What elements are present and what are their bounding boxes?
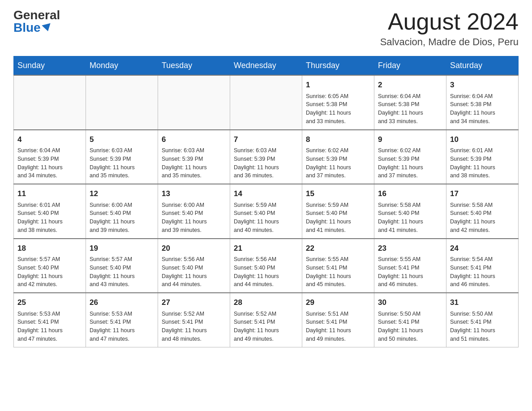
day-number: 10	[450, 134, 515, 146]
day-number: 23	[378, 243, 442, 254]
day-number: 12	[90, 188, 154, 200]
page-header: General Blue August 2024 Salvacion, Madr…	[13, 9, 519, 48]
calendar-cell: 21Sunrise: 5:56 AM Sunset: 5:40 PM Dayli…	[230, 239, 302, 293]
day-number: 9	[378, 134, 442, 146]
calendar-week-row: 11Sunrise: 6:01 AM Sunset: 5:40 PM Dayli…	[14, 184, 519, 239]
calendar-cell: 5Sunrise: 6:03 AM Sunset: 5:39 PM Daylig…	[86, 130, 158, 184]
day-info: Sunrise: 5:55 AM Sunset: 5:41 PM Dayligh…	[378, 255, 442, 289]
day-info: Sunrise: 5:50 AM Sunset: 5:41 PM Dayligh…	[378, 310, 442, 343]
calendar-cell	[158, 75, 230, 130]
day-info: Sunrise: 5:52 AM Sunset: 5:41 PM Dayligh…	[162, 310, 226, 343]
calendar-cell: 22Sunrise: 5:55 AM Sunset: 5:41 PM Dayli…	[302, 239, 374, 293]
calendar-cell: 18Sunrise: 5:57 AM Sunset: 5:40 PM Dayli…	[14, 239, 86, 293]
day-number: 27	[162, 297, 226, 308]
calendar-cell: 31Sunrise: 5:50 AM Sunset: 5:41 PM Dayli…	[446, 293, 519, 347]
calendar-header-saturday: Saturday	[446, 56, 519, 76]
calendar-week-row: 1Sunrise: 6:05 AM Sunset: 5:38 PM Daylig…	[14, 75, 519, 130]
calendar-cell: 30Sunrise: 5:50 AM Sunset: 5:41 PM Dayli…	[374, 293, 446, 347]
calendar-cell: 6Sunrise: 6:03 AM Sunset: 5:39 PM Daylig…	[158, 130, 230, 184]
day-info: Sunrise: 6:03 AM Sunset: 5:39 PM Dayligh…	[234, 146, 298, 180]
calendar-cell	[14, 75, 86, 130]
day-number: 25	[17, 297, 82, 308]
day-info: Sunrise: 6:00 AM Sunset: 5:40 PM Dayligh…	[90, 201, 154, 235]
calendar-cell: 28Sunrise: 5:52 AM Sunset: 5:41 PM Dayli…	[230, 293, 302, 347]
calendar-header-monday: Monday	[86, 56, 158, 76]
day-info: Sunrise: 6:02 AM Sunset: 5:39 PM Dayligh…	[378, 146, 442, 180]
day-info: Sunrise: 5:58 AM Sunset: 5:40 PM Dayligh…	[378, 201, 442, 235]
logo-general-text: General	[13, 9, 60, 21]
calendar-cell: 19Sunrise: 5:57 AM Sunset: 5:40 PM Dayli…	[86, 239, 158, 293]
day-number: 18	[17, 243, 82, 254]
day-info: Sunrise: 6:05 AM Sunset: 5:38 PM Dayligh…	[306, 92, 370, 126]
day-number: 2	[378, 79, 442, 91]
day-info: Sunrise: 6:04 AM Sunset: 5:38 PM Dayligh…	[378, 92, 442, 126]
day-number: 13	[162, 188, 226, 200]
calendar-cell: 26Sunrise: 5:53 AM Sunset: 5:41 PM Dayli…	[86, 293, 158, 347]
day-number: 5	[90, 134, 154, 146]
calendar-cell: 9Sunrise: 6:02 AM Sunset: 5:39 PM Daylig…	[374, 130, 446, 184]
calendar-header-wednesday: Wednesday	[230, 56, 302, 76]
day-number: 26	[90, 297, 154, 308]
calendar-cell	[86, 75, 158, 130]
calendar-cell: 27Sunrise: 5:52 AM Sunset: 5:41 PM Dayli…	[158, 293, 230, 347]
calendar-cell: 16Sunrise: 5:58 AM Sunset: 5:40 PM Dayli…	[374, 184, 446, 239]
day-info: Sunrise: 6:04 AM Sunset: 5:39 PM Dayligh…	[17, 146, 82, 180]
day-number: 8	[306, 134, 370, 146]
calendar-cell: 24Sunrise: 5:54 AM Sunset: 5:41 PM Dayli…	[446, 239, 519, 293]
calendar-cell: 7Sunrise: 6:03 AM Sunset: 5:39 PM Daylig…	[230, 130, 302, 184]
day-info: Sunrise: 6:04 AM Sunset: 5:38 PM Dayligh…	[450, 92, 515, 126]
day-number: 6	[162, 134, 226, 146]
logo-triangle-icon	[42, 23, 52, 33]
day-info: Sunrise: 5:53 AM Sunset: 5:41 PM Dayligh…	[17, 310, 82, 343]
location-title: Salvacion, Madre de Dios, Peru	[380, 36, 519, 48]
day-info: Sunrise: 5:52 AM Sunset: 5:41 PM Dayligh…	[234, 310, 298, 343]
day-number: 21	[234, 243, 298, 254]
day-info: Sunrise: 6:00 AM Sunset: 5:40 PM Dayligh…	[162, 201, 226, 235]
logo-blue-text: Blue	[13, 21, 51, 34]
day-number: 7	[234, 134, 298, 146]
day-number: 16	[378, 188, 442, 200]
calendar-cell: 4Sunrise: 6:04 AM Sunset: 5:39 PM Daylig…	[14, 130, 86, 184]
day-info: Sunrise: 6:03 AM Sunset: 5:39 PM Dayligh…	[162, 146, 226, 180]
calendar-header-tuesday: Tuesday	[158, 56, 230, 76]
day-info: Sunrise: 5:59 AM Sunset: 5:40 PM Dayligh…	[234, 201, 298, 235]
day-number: 29	[306, 297, 370, 308]
calendar-cell: 12Sunrise: 6:00 AM Sunset: 5:40 PM Dayli…	[86, 184, 158, 239]
calendar-week-row: 25Sunrise: 5:53 AM Sunset: 5:41 PM Dayli…	[14, 293, 519, 347]
calendar-cell: 25Sunrise: 5:53 AM Sunset: 5:41 PM Dayli…	[14, 293, 86, 347]
day-number: 3	[450, 79, 515, 91]
calendar-cell: 13Sunrise: 6:00 AM Sunset: 5:40 PM Dayli…	[158, 184, 230, 239]
calendar-cell: 17Sunrise: 5:58 AM Sunset: 5:40 PM Dayli…	[446, 184, 519, 239]
day-number: 11	[17, 188, 82, 200]
calendar-cell: 10Sunrise: 6:01 AM Sunset: 5:39 PM Dayli…	[446, 130, 519, 184]
day-info: Sunrise: 5:57 AM Sunset: 5:40 PM Dayligh…	[90, 255, 154, 289]
calendar-header-row: SundayMondayTuesdayWednesdayThursdayFrid…	[14, 56, 519, 76]
calendar-week-row: 4Sunrise: 6:04 AM Sunset: 5:39 PM Daylig…	[14, 130, 519, 184]
day-number: 14	[234, 188, 298, 200]
day-info: Sunrise: 5:59 AM Sunset: 5:40 PM Dayligh…	[306, 201, 370, 235]
day-info: Sunrise: 5:50 AM Sunset: 5:41 PM Dayligh…	[450, 310, 515, 343]
day-number: 20	[162, 243, 226, 254]
calendar-cell: 23Sunrise: 5:55 AM Sunset: 5:41 PM Dayli…	[374, 239, 446, 293]
day-info: Sunrise: 5:53 AM Sunset: 5:41 PM Dayligh…	[90, 310, 154, 343]
day-info: Sunrise: 5:56 AM Sunset: 5:40 PM Dayligh…	[162, 255, 226, 289]
title-section: August 2024 Salvacion, Madre de Dios, Pe…	[380, 9, 519, 48]
calendar-cell: 1Sunrise: 6:05 AM Sunset: 5:38 PM Daylig…	[302, 75, 374, 130]
day-number: 24	[450, 243, 515, 254]
month-title: August 2024	[380, 9, 519, 34]
day-info: Sunrise: 6:01 AM Sunset: 5:39 PM Dayligh…	[450, 146, 515, 180]
day-info: Sunrise: 5:51 AM Sunset: 5:41 PM Dayligh…	[306, 310, 370, 343]
calendar-week-row: 18Sunrise: 5:57 AM Sunset: 5:40 PM Dayli…	[14, 239, 519, 293]
calendar-cell: 3Sunrise: 6:04 AM Sunset: 5:38 PM Daylig…	[446, 75, 519, 130]
calendar-cell: 11Sunrise: 6:01 AM Sunset: 5:40 PM Dayli…	[14, 184, 86, 239]
day-number: 30	[378, 297, 442, 308]
calendar-header-friday: Friday	[374, 56, 446, 76]
logo: General Blue	[13, 9, 60, 34]
day-info: Sunrise: 5:54 AM Sunset: 5:41 PM Dayligh…	[450, 255, 515, 289]
day-info: Sunrise: 5:58 AM Sunset: 5:40 PM Dayligh…	[450, 201, 515, 235]
day-info: Sunrise: 6:02 AM Sunset: 5:39 PM Dayligh…	[306, 146, 370, 180]
day-info: Sunrise: 6:01 AM Sunset: 5:40 PM Dayligh…	[17, 201, 82, 235]
day-number: 17	[450, 188, 515, 200]
day-info: Sunrise: 5:55 AM Sunset: 5:41 PM Dayligh…	[306, 255, 370, 289]
day-info: Sunrise: 5:56 AM Sunset: 5:40 PM Dayligh…	[234, 255, 298, 289]
